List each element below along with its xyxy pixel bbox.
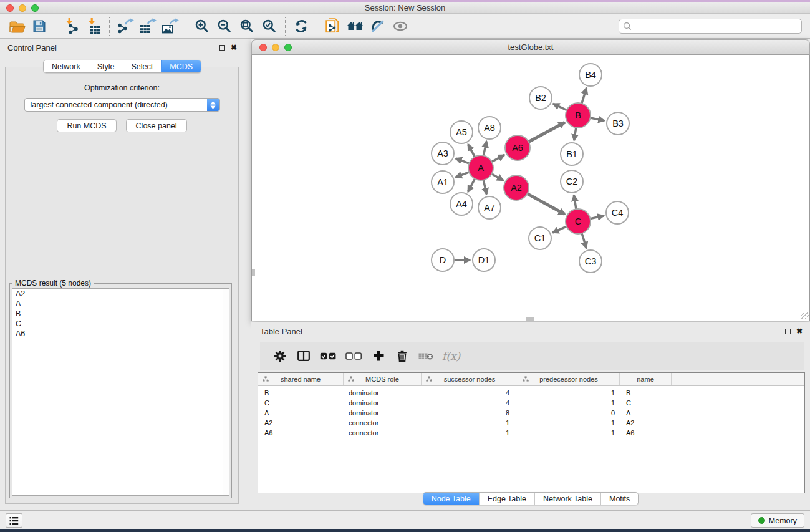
graph-node-C[interactable]: C <box>566 209 591 234</box>
network-window-titlebar[interactable]: testGlobe.txt <box>251 39 810 55</box>
graph-node-A8[interactable]: A8 <box>478 117 501 139</box>
export-network-icon[interactable] <box>114 16 137 36</box>
graph-node-A7[interactable]: A7 <box>478 196 501 219</box>
network-canvas[interactable]: AA1A2A3A4A5A6A7A8BB1B2B3B4CC1C2C3C4DD1 <box>251 55 810 321</box>
mcds-result-item-a6[interactable]: A6 <box>12 329 229 339</box>
mcds-result-item-c[interactable]: C <box>12 319 229 329</box>
tab-node-table[interactable]: Node Table <box>423 493 479 505</box>
tab-edge-table[interactable]: Edge Table <box>479 493 534 505</box>
graph-edge-C-C4[interactable] <box>590 216 604 219</box>
duplicate-network-icon[interactable] <box>322 16 344 36</box>
table-row[interactable]: Bdominator41B <box>258 388 804 398</box>
tab-network-table[interactable]: Network Table <box>534 493 600 505</box>
graph-edge-A-A3[interactable] <box>456 158 470 163</box>
graph-edge-A-A8[interactable] <box>483 142 486 157</box>
graph-edge-A2-C[interactable] <box>527 193 565 214</box>
column-settings-icon[interactable] <box>272 348 287 364</box>
graph-node-C1[interactable]: C1 <box>529 227 551 249</box>
graph-edge-A-A4[interactable] <box>468 178 475 192</box>
graph-node-A6[interactable]: A6 <box>505 135 530 160</box>
search-field[interactable] <box>619 19 802 34</box>
graph-node-B2[interactable]: B2 <box>529 87 552 109</box>
graph-edge-A-A2[interactable] <box>491 173 504 180</box>
float-table-panel-icon[interactable] <box>785 329 791 334</box>
graph-node-A4[interactable]: A4 <box>450 193 473 215</box>
resize-grip-icon[interactable] <box>801 312 809 320</box>
graph-node-A[interactable]: A <box>468 155 493 180</box>
column-header-successor-nodes[interactable]: successor nodes <box>422 373 518 385</box>
graph-edge-C-C1[interactable] <box>552 226 567 233</box>
graph-node-B3[interactable]: B3 <box>607 112 629 135</box>
mcds-result-item-b[interactable]: B <box>12 309 229 319</box>
graph-node-B[interactable]: B <box>566 103 591 128</box>
graph-node-A3[interactable]: A3 <box>432 142 454 165</box>
graph-node-C2[interactable]: C2 <box>561 170 583 193</box>
import-network-icon[interactable] <box>60 16 82 36</box>
table-row[interactable]: A2connector11A2 <box>258 418 804 428</box>
memory-button[interactable]: Memory <box>751 513 804 528</box>
result-scrollbar[interactable] <box>223 289 229 495</box>
deselect-all-icon[interactable] <box>345 348 362 364</box>
show-panel-list-button[interactable] <box>6 513 22 528</box>
graph-node-D[interactable]: D <box>432 249 454 271</box>
table-row[interactable]: Adominator80A <box>258 408 804 418</box>
table-row[interactable]: Cdominator41C <box>258 398 804 408</box>
tab-style[interactable]: Style <box>89 60 123 72</box>
run-mcds-button[interactable]: Run MCDS <box>57 119 116 132</box>
export-image-icon[interactable] <box>159 16 181 36</box>
graph-node-A1[interactable]: A1 <box>432 171 454 193</box>
graph-edge-B-B2[interactable] <box>553 104 567 110</box>
mcds-result-item-a2[interactable]: A2 <box>12 289 229 299</box>
column-header-shared-name[interactable]: shared name <box>258 373 344 385</box>
zoom-fit-icon[interactable] <box>236 16 258 36</box>
graph-node-C3[interactable]: C3 <box>579 250 602 273</box>
close-panel-icon[interactable]: ✖ <box>231 44 237 51</box>
mcds-result-list[interactable]: A2ABCA6 <box>12 288 229 496</box>
save-session-icon[interactable] <box>28 16 51 36</box>
column-header-name[interactable]: name <box>620 373 672 385</box>
graph-edge-A-A6[interactable] <box>491 155 504 162</box>
graph-edge-B-B4[interactable] <box>582 88 587 104</box>
home-view-icon[interactable] <box>344 16 367 36</box>
tab-select[interactable]: Select <box>123 60 162 72</box>
refresh-layout-icon[interactable] <box>290 16 312 36</box>
close-panel-button[interactable]: Close panel <box>126 119 187 132</box>
node-table[interactable]: shared nameMCDS rolesuccessor nodesprede… <box>258 372 805 493</box>
graph-node-C4[interactable]: C4 <box>606 201 629 224</box>
add-row-icon[interactable] <box>371 348 386 364</box>
birds-eye-view-icon[interactable] <box>389 16 412 36</box>
hide-graphics-details-icon[interactable] <box>367 16 389 36</box>
open-session-icon[interactable] <box>6 16 28 36</box>
canvas-vscroll-thumb[interactable] <box>252 269 255 276</box>
delete-rows-icon[interactable] <box>395 348 410 364</box>
graph-node-B1[interactable]: B1 <box>561 143 583 165</box>
graph-edge-B-B3[interactable] <box>590 118 605 121</box>
mcds-result-item-a[interactable]: A <box>12 299 229 309</box>
zoom-out-icon[interactable] <box>213 16 236 36</box>
close-table-panel-icon[interactable]: ✖ <box>796 327 803 335</box>
graph-edge-A-A7[interactable] <box>483 180 486 195</box>
search-input[interactable] <box>632 22 798 31</box>
criterion-select[interactable]: largest connected component (directed) <box>24 98 220 112</box>
graph-node-A5[interactable]: A5 <box>450 121 473 143</box>
select-all-icon[interactable] <box>320 348 337 364</box>
tab-mcds[interactable]: MCDS <box>161 60 201 72</box>
import-table-icon[interactable] <box>82 16 105 36</box>
export-table-icon[interactable] <box>137 16 159 36</box>
graph-edge-B-B1[interactable] <box>574 127 577 141</box>
graph-node-D1[interactable]: D1 <box>473 249 495 271</box>
graph-node-A2[interactable]: A2 <box>504 175 529 200</box>
tab-network[interactable]: Network <box>44 60 89 72</box>
canvas-hscroll-thumb[interactable] <box>526 317 534 321</box>
tab-motifs[interactable]: Motifs <box>600 493 638 505</box>
graph-edge-C-C2[interactable] <box>574 195 576 210</box>
zoom-in-icon[interactable] <box>191 16 213 36</box>
graph-edge-A-A5[interactable] <box>468 144 475 157</box>
split-view-icon[interactable] <box>296 348 311 364</box>
graph-edge-A-A1[interactable] <box>456 172 470 178</box>
column-header-MCDS-role[interactable]: MCDS role <box>344 373 422 385</box>
graph-edge-C-C3[interactable] <box>582 233 587 248</box>
table-row[interactable]: A6connector11A6 <box>258 428 804 438</box>
column-header-predecessor-nodes[interactable]: predecessor nodes <box>518 373 620 385</box>
zoom-selected-icon[interactable] <box>258 16 281 36</box>
